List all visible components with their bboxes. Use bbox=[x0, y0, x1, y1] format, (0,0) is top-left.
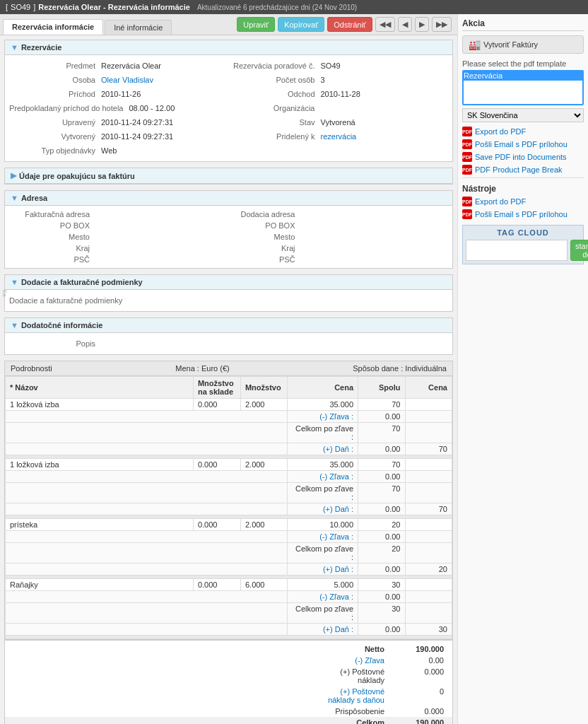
dodatocne-header[interactable]: ▼ Dodatočné informácie bbox=[5, 318, 452, 333]
row-celkom-val: 70 bbox=[358, 423, 405, 443]
row-zlava-val: 0.00 bbox=[358, 591, 405, 603]
netto-label: Netto bbox=[321, 645, 392, 653]
row-zlava-label[interactable]: (-) Zľava : bbox=[288, 471, 358, 483]
osoba-value[interactable]: Olear Vladislav bbox=[101, 76, 153, 84]
row-total bbox=[405, 579, 452, 591]
predmet-value: Rezervácia Olear bbox=[101, 62, 161, 70]
export-pdf-label: Export do PDF bbox=[475, 127, 526, 136]
row-zlava-val: 0.00 bbox=[358, 411, 405, 423]
pdf-page-break-label: PDF Product Page Break bbox=[475, 165, 563, 174]
row-celkom-label: Celkom po zľave : bbox=[288, 603, 358, 624]
nav-prev-button[interactable]: ◀ bbox=[398, 17, 412, 32]
so49-label: SO49 bbox=[11, 3, 30, 11]
po-box-right-label: PO BOX bbox=[229, 221, 300, 230]
row-cena: 35.000 bbox=[288, 459, 358, 471]
tag-cloud-input[interactable] bbox=[466, 240, 568, 261]
kraj-left-label: Kraj bbox=[9, 244, 94, 252]
pdf-icon-4: PDF bbox=[462, 165, 472, 175]
posli-email-button[interactable]: PDF Pošli Email s PDF prílohou bbox=[462, 139, 584, 149]
nav-next-button[interactable]: ▶ bbox=[415, 17, 429, 32]
adresa-header[interactable]: ▼ Adresa bbox=[5, 191, 452, 206]
organizacia-label: Organizácia bbox=[229, 104, 321, 112]
row-zlava-label[interactable]: (-) Zľava : bbox=[288, 411, 358, 423]
stav-value: Vytvorená bbox=[321, 118, 355, 127]
row-total-final: 70 bbox=[405, 503, 452, 515]
prideleny-value[interactable]: rezervácia bbox=[321, 132, 357, 141]
pdf-page-break-button[interactable]: PDF PDF Product Page Break bbox=[462, 165, 584, 175]
udaje-header[interactable]: ▶ Údaje pre opakujúcu sa faktúru bbox=[5, 168, 452, 184]
top-bar: [ SO49 ] Rezervácia Olear - Rezervácia i… bbox=[0, 0, 588, 14]
row-cena: 10.000 bbox=[288, 519, 358, 531]
table-row: Celkom po zľave : 70 bbox=[6, 423, 452, 443]
details-header-left: Podrobnosti bbox=[11, 364, 52, 373]
pdf-template-select[interactable]: Rezervácia bbox=[462, 70, 584, 105]
row-total bbox=[405, 519, 452, 531]
zlava-total-value: 0.00 bbox=[392, 656, 448, 665]
row-empty bbox=[405, 411, 452, 423]
stanovit-den-button[interactable]: stanoviť deň bbox=[570, 240, 588, 261]
dodatocne-title: Dodatočné informácie bbox=[21, 321, 103, 329]
col-cena2: Cena bbox=[405, 377, 452, 399]
row-sub bbox=[6, 411, 288, 423]
row-dan-label[interactable]: (+) Daň : bbox=[288, 443, 358, 455]
row-total bbox=[405, 399, 452, 411]
popis-label: Popis bbox=[9, 339, 101, 348]
zlava-total-label[interactable]: (-) Zľava bbox=[321, 656, 392, 665]
kopirovat-button[interactable]: Kopírovať bbox=[278, 17, 324, 32]
prichod-label: Príchod bbox=[9, 90, 101, 98]
nastroje-export-button[interactable]: PDF Export do PDF bbox=[462, 197, 584, 206]
row-sklad: 0.000 bbox=[193, 459, 240, 471]
nav-last-button[interactable]: ▶▶ bbox=[432, 17, 452, 32]
prisposobenie-value: 0.000 bbox=[392, 707, 448, 716]
nastroje-posli-button[interactable]: PDF Pošli Email s PDF prílohou bbox=[462, 209, 584, 219]
postovne-dna-label[interactable]: (+) Poštovné náklady s daňou bbox=[321, 687, 392, 704]
tab-rezervacia-info[interactable]: Rezervácia informácie bbox=[3, 19, 103, 35]
dodacia-label: Dodacia adresa bbox=[229, 210, 300, 218]
netto-value: 190.000 bbox=[392, 645, 448, 653]
udaje-arrow: ▶ bbox=[11, 171, 16, 180]
save-pdf-button[interactable]: PDF Save PDF into Documents bbox=[462, 152, 584, 162]
udaje-section: ▶ Údaje pre opakujúcu sa faktúru bbox=[4, 168, 453, 185]
row-zlava-label[interactable]: (-) Zľava : bbox=[288, 531, 358, 543]
table-row: (+) Daň : 0.00 70 bbox=[6, 443, 452, 455]
dodacie-sub-label: Dodacie a fakturačné podmienky bbox=[9, 296, 128, 305]
row-mnozstvo: 6.000 bbox=[240, 579, 287, 591]
pdf-icon-3: PDF bbox=[462, 152, 472, 162]
table-row: (-) Zľava : 0.00 bbox=[6, 471, 452, 483]
details-header-row: Podrobnosti Mena : Euro (€) Spôsob dane … bbox=[5, 361, 452, 376]
bracket-close: ] bbox=[33, 3, 35, 11]
adresa-section: ▼ Adresa Fakturačná adresa PO BOX bbox=[4, 190, 453, 269]
col-cena: Cena bbox=[288, 377, 358, 399]
row-nazov: 1 ložková izba bbox=[6, 459, 194, 471]
table-row: Celkom po zľave : 30 bbox=[6, 603, 452, 624]
upravit-button[interactable]: Upraviť bbox=[237, 17, 275, 32]
pdf-option-rezervacia[interactable]: Rezervácia bbox=[464, 71, 582, 81]
odstranit-button[interactable]: Odstrániť bbox=[327, 17, 372, 32]
row-zlava-label[interactable]: (-) Zľava : bbox=[288, 591, 358, 603]
mesto-left-label: Mesto bbox=[9, 233, 94, 241]
row-dan-label[interactable]: (+) Daň : bbox=[288, 564, 358, 576]
row-celkom-val: 70 bbox=[358, 483, 405, 503]
tab-ine-info[interactable]: Iné informácie bbox=[105, 20, 172, 35]
language-select[interactable]: SK Slovenčina bbox=[462, 108, 584, 122]
rezervacie-title: Rezervácie bbox=[21, 43, 62, 52]
predmet-label: Predmet bbox=[9, 62, 101, 70]
celkom-label: Celkom bbox=[321, 718, 392, 724]
rezervacie-section: ▼ Rezervácie Predmet Rezervácia Olear Os… bbox=[4, 40, 453, 162]
adresa-arrow: ▼ bbox=[11, 194, 18, 202]
export-pdf-button[interactable]: PDF Export do PDF bbox=[462, 127, 584, 136]
vytvorit-faktury-button[interactable]: 🏭 Vytvoriť Faktúry bbox=[462, 35, 584, 54]
row-dan-val: 0.00 bbox=[358, 503, 405, 515]
row-dan-val: 0.00 bbox=[358, 624, 405, 636]
table-row: (-) Zľava : 0.00 bbox=[6, 411, 452, 423]
col-mnozstvo: Množstvo bbox=[240, 377, 287, 399]
dodacie-header[interactable]: ▼ Dodacie a fakturačné podmienky bbox=[5, 275, 452, 290]
row-dan-label[interactable]: (+) Daň : bbox=[288, 503, 358, 515]
details-section: Podrobnosti Mena : Euro (€) Spôsob dane … bbox=[4, 361, 453, 724]
row-dan-label[interactable]: (+) Daň : bbox=[288, 624, 358, 636]
rezervacie-header[interactable]: ▼ Rezervácie bbox=[5, 40, 452, 55]
nav-first-button[interactable]: ◀◀ bbox=[375, 17, 395, 32]
right-panel: Akcia 🏭 Vytvoriť Faktúry Please select t… bbox=[457, 14, 588, 724]
save-pdf-label: Save PDF into Documents bbox=[475, 153, 567, 161]
vytvorit-faktury-label: Vytvoriť Faktúry bbox=[483, 40, 538, 49]
